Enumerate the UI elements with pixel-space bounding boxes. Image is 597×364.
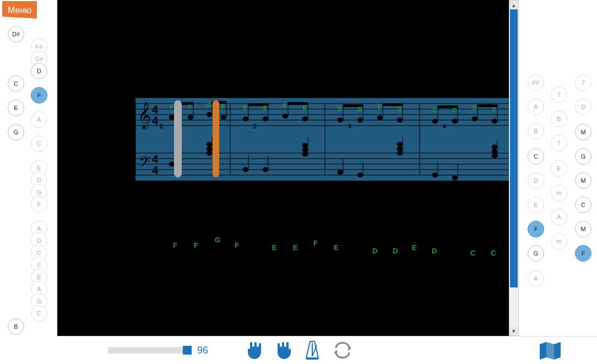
note-label-G: G — [215, 236, 220, 244]
chord-bubble-C[interactable]: C — [31, 135, 47, 152]
right-hand-icon[interactable] — [275, 341, 292, 360]
svg-text:D: D — [398, 106, 401, 112]
svg-point-81 — [397, 142, 403, 146]
scroll-thumb[interactable] — [510, 9, 518, 287]
chord-bubble-C[interactable]: C — [8, 75, 24, 92]
svg-text:E: E — [243, 105, 247, 111]
svg-text:4: 4 — [152, 104, 159, 116]
tempo-slider-thumb[interactable] — [183, 346, 192, 355]
note-label-F: F — [235, 241, 239, 249]
svg-text:4: 4 — [152, 164, 159, 176]
measure-1-label: 1 — [160, 123, 163, 129]
svg-text:D: D — [338, 106, 342, 112]
svg-text:E: E — [378, 104, 382, 110]
chord-bubble-D[interactable]: D — [528, 172, 544, 189]
chord-bubble-7[interactable]: 7 — [551, 86, 567, 103]
svg-text:4: 4 — [152, 153, 159, 165]
svg-text:D: D — [473, 105, 476, 111]
svg-text:F: F — [283, 103, 286, 109]
svg-text:F: F — [188, 104, 192, 110]
svg-point-25 — [207, 112, 212, 117]
svg-line-108 — [312, 345, 317, 356]
chord-bubble-E[interactable]: E — [551, 160, 567, 177]
svg-text:F: F — [221, 104, 225, 110]
svg-text:4: 4 — [152, 115, 159, 127]
chord-bubble-G[interactable]: G — [8, 124, 24, 140]
chord-bubble-A[interactable]: A — [31, 111, 47, 128]
chord-bubble-F[interactable]: F — [31, 196, 47, 213]
svg-point-63 — [207, 151, 212, 155]
measure-3-label: 3 — [348, 123, 351, 129]
chord-bubble-m[interactable]: m — [551, 233, 567, 249]
svg-point-41 — [338, 118, 343, 122]
svg-point-72 — [302, 148, 308, 152]
vertical-scrollbar[interactable]: ▴ ▾ — [509, 0, 519, 336]
svg-point-55 — [472, 117, 477, 121]
svg-point-87 — [492, 154, 497, 158]
chord-bubble-A[interactable]: A — [528, 270, 544, 287]
chord-bubble-B[interactable]: B — [528, 123, 544, 139]
chord-bubble-C[interactable]: C — [575, 197, 591, 213]
svg-text:E: E — [263, 105, 267, 111]
svg-text:𝄢: 𝄢 — [139, 154, 150, 173]
score-stage: 𝄞 4 4 𝄢 4 4 — [57, 0, 509, 336]
chord-bubble-M[interactable]: M — [575, 172, 591, 189]
svg-rect-60 — [477, 105, 497, 107]
chord-bubble-A[interactable]: A — [551, 209, 567, 225]
chord-bubble-m[interactable]: m — [551, 184, 567, 201]
chord-bubble-E[interactable]: E — [528, 197, 544, 213]
measure-2-label: 2 — [253, 123, 257, 129]
scroll-up-arrow[interactable]: ▴ — [509, 1, 518, 9]
svg-point-23 — [188, 115, 193, 119]
chord-bubble-F[interactable]: F — [31, 87, 47, 104]
chord-bubble-Fsharp[interactable]: F# — [528, 74, 544, 91]
chord-bubble-7[interactable]: 7 — [551, 135, 567, 151]
measure-4-label: 4 — [443, 123, 446, 129]
chord-bubble-A[interactable]: A — [528, 99, 544, 115]
scroll-down-arrow[interactable]: ▾ — [509, 327, 518, 335]
svg-point-71 — [302, 152, 308, 156]
svg-text:F: F — [170, 104, 173, 110]
note-letters-row: FFGFEEFEDDEDCC — [85, 231, 503, 259]
svg-point-77 — [357, 173, 363, 177]
chord-bubble-C[interactable]: C — [528, 148, 544, 165]
svg-text:𝄞: 𝄞 — [138, 102, 151, 130]
map-icon[interactable] — [539, 341, 563, 361]
playhead-inactive — [174, 100, 182, 177]
chord-bubble-7[interactable]: 7 — [575, 74, 591, 91]
svg-point-79 — [397, 151, 403, 155]
svg-text:C: C — [433, 107, 437, 113]
svg-point-64 — [207, 146, 212, 151]
chord-bubble-M[interactable]: M — [575, 124, 591, 140]
note-label-D: D — [372, 247, 377, 255]
svg-rect-40 — [288, 102, 308, 105]
playhead-active[interactable] — [213, 100, 219, 177]
loop-icon[interactable] — [333, 342, 352, 358]
chord-bubble-G[interactable]: G — [575, 148, 591, 165]
note-label-F: F — [173, 241, 177, 249]
metronome-icon[interactable] — [304, 340, 321, 361]
chord-bubble-F[interactable]: F — [575, 245, 591, 262]
svg-rect-109 — [306, 358, 318, 360]
svg-point-35 — [283, 114, 288, 118]
svg-point-80 — [397, 146, 403, 151]
svg-point-43 — [357, 118, 363, 122]
chord-bubble-G[interactable]: G — [528, 245, 544, 262]
chord-bubble-E[interactable]: E — [8, 100, 24, 116]
note-label-E: E — [334, 243, 339, 252]
chord-bubble-B[interactable]: B — [8, 318, 24, 335]
chord-bubble-D[interactable]: D — [575, 99, 591, 115]
chord-bubble-M[interactable]: M — [575, 221, 591, 237]
svg-point-88 — [492, 149, 497, 154]
chord-bubble-B[interactable]: B — [551, 111, 567, 127]
svg-point-37 — [302, 117, 308, 121]
chord-bubble-Dsharp[interactable]: D# — [8, 26, 24, 42]
svg-text:E: E — [303, 105, 307, 111]
left-hand-icon[interactable] — [247, 341, 263, 360]
chord-bubble-C[interactable]: C — [31, 305, 47, 322]
note-label-E: E — [412, 243, 417, 252]
svg-point-27 — [221, 115, 226, 119]
chord-bubble-D[interactable]: D — [31, 63, 47, 79]
tempo-slider[interactable] — [108, 347, 191, 354]
chord-bubble-F[interactable]: F — [528, 221, 544, 237]
